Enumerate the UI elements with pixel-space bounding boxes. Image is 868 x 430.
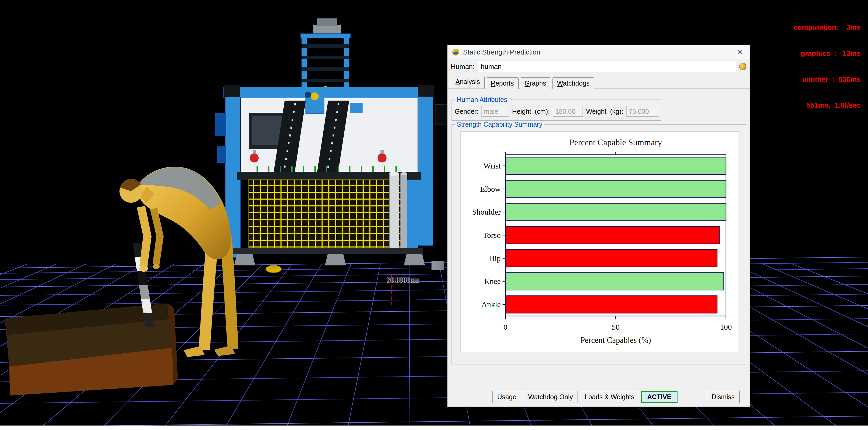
svg-text:Percent Capable Summary: Percent Capable Summary xyxy=(569,138,662,147)
app-window: 30.0000cm computation: 3ms graphics : 13… xyxy=(0,0,868,430)
dialog-button-dismiss[interactable]: Dismiss xyxy=(707,391,740,403)
svg-text:Elbow: Elbow xyxy=(480,184,501,193)
perf-line-ui-other: ui/other : 536ms xyxy=(794,75,861,84)
perf-line-total: 551ms, 1.8f/sec xyxy=(794,101,861,110)
tab-analysis[interactable]: Analysis xyxy=(451,76,485,88)
strength-summary-group: Strength Capability Summary Percent Capa… xyxy=(451,121,746,365)
tab-watchdogs[interactable]: Watchdogs xyxy=(552,78,594,89)
machine-model xyxy=(215,19,456,273)
svg-text:Ankle: Ankle xyxy=(482,300,501,309)
dialog-buttons: UsageWatchdog OnlyLoads & WeightsACTIVED… xyxy=(492,391,740,403)
static-strength-prediction-dialog: Static Strength Prediction ✕ Human: Anal… xyxy=(447,45,750,407)
human-label: Human: xyxy=(451,63,475,71)
dialog-button-active[interactable]: ACTIVE xyxy=(641,391,678,403)
tab-graphs[interactable]: Graphs xyxy=(520,78,551,89)
dialog-button-watchdog-only[interactable]: Watchdog Only xyxy=(523,391,578,403)
human-attributes-group-label: Human Attributes xyxy=(455,96,509,104)
bottom-strip xyxy=(0,426,868,430)
svg-text:Torso: Torso xyxy=(483,231,501,239)
strength-summary-group-label: Strength Capability Summary xyxy=(455,121,545,128)
dialog-titlebar[interactable]: Static Strength Prediction ✕ xyxy=(447,45,750,59)
human-input[interactable] xyxy=(478,61,736,72)
tab-strip: AnalysisReportsGraphsWatchdogs xyxy=(447,73,750,88)
svg-text:Hip: Hip xyxy=(489,254,501,262)
svg-text:Wrist: Wrist xyxy=(484,162,501,170)
human-field-picker-icon[interactable] xyxy=(739,63,746,70)
percent-capable-chart-svg: Percent Capable SummaryWristElbowShoulde… xyxy=(461,132,739,352)
tab-reports[interactable]: Reports xyxy=(486,78,519,89)
measurement-label: 30.0000cm xyxy=(387,276,419,284)
human-attributes-group: Human Attributes Gender: Height (cm): We… xyxy=(451,96,661,121)
dialog-button-usage[interactable]: Usage xyxy=(492,391,521,403)
height-field xyxy=(553,106,583,117)
close-icon[interactable]: ✕ xyxy=(734,48,745,57)
svg-text:Knee: Knee xyxy=(484,277,501,285)
analysis-tab-pane: Human Attributes Gender: Height (cm): We… xyxy=(447,88,750,365)
human-row: Human: xyxy=(447,59,750,73)
svg-text:50: 50 xyxy=(612,322,620,331)
weight-label: Weight (kg): xyxy=(586,108,623,115)
perf-overlay: computation: 3ms graphics : 13ms ui/othe… xyxy=(794,6,861,127)
svg-text:0: 0 xyxy=(504,322,507,331)
app-icon xyxy=(452,48,460,56)
svg-text:100: 100 xyxy=(720,322,732,331)
perf-line-graphics: graphics : 13ms xyxy=(794,49,861,58)
weight-field xyxy=(626,106,659,117)
gender-label: Gender: xyxy=(455,108,478,115)
height-label: Height (cm): xyxy=(512,108,550,115)
svg-text:Percent Capables (%): Percent Capables (%) xyxy=(581,336,651,345)
percent-capable-chart: Percent Capable SummaryWristElbowShoulde… xyxy=(460,132,739,352)
gender-field xyxy=(482,106,509,117)
perf-line-computation: computation: 3ms xyxy=(794,23,861,32)
dialog-button-loads-weights[interactable]: Loads & Weights xyxy=(580,391,639,403)
dialog-title: Static Strength Prediction xyxy=(463,48,540,56)
svg-text:Shoulder: Shoulder xyxy=(472,207,501,216)
human-attributes-row: Gender: Height (cm): Weight (kg): xyxy=(455,106,658,117)
